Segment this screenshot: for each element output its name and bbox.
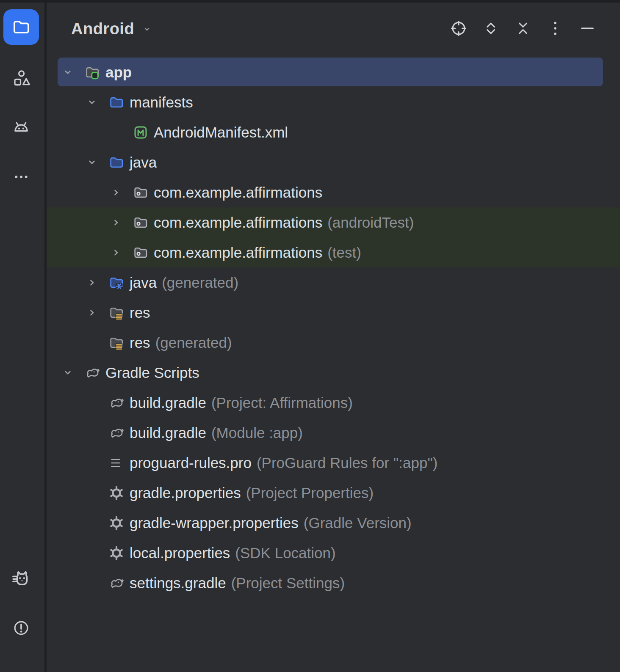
tree-row-label: com.example.affirmations <box>154 244 322 261</box>
indent <box>47 222 109 223</box>
module-folder-icon <box>84 64 100 80</box>
chevron-down-icon[interactable] <box>85 95 108 110</box>
kebab-icon <box>546 19 565 39</box>
tree-row[interactable]: build.gradle (Project: Affirmations) <box>47 388 620 418</box>
indent <box>47 583 85 583</box>
collapse-all-icon <box>514 19 532 39</box>
tree-row[interactable]: manifests <box>47 87 620 117</box>
tree-row-label: build.gradle <box>130 394 206 411</box>
text-file-icon <box>108 455 125 471</box>
package-folder-icon <box>133 215 149 231</box>
manifest-file-icon <box>133 124 149 140</box>
locate-opened-file-button[interactable] <box>449 20 468 39</box>
tree-row-label: build.gradle <box>130 424 206 441</box>
indent <box>47 312 85 313</box>
structure-icon <box>11 69 31 88</box>
tree-row[interactable]: com.example.affirmations (test) <box>47 237 620 267</box>
gradle-elephant-icon <box>108 395 125 411</box>
tree-row[interactable]: build.gradle (Module :app) <box>47 418 620 448</box>
indent <box>47 282 85 283</box>
chevron-right-icon[interactable] <box>109 185 133 200</box>
options-menu-button[interactable] <box>546 20 565 39</box>
chevron-down-icon[interactable] <box>85 155 108 170</box>
panel-header-actions <box>449 20 597 39</box>
package-folder-icon <box>133 185 149 201</box>
indent <box>47 342 85 343</box>
tree-row-label: AndroidManifest.xml <box>154 124 288 141</box>
expand-all-icon <box>482 19 500 39</box>
chevron-right-icon[interactable] <box>109 245 133 260</box>
tree-row-label: gradle.properties <box>130 485 241 501</box>
tree-row[interactable]: com.example.affirmations (androidTest) <box>47 207 620 237</box>
tree-row[interactable]: res (generated) <box>47 328 620 358</box>
package-folder-icon <box>133 245 149 261</box>
structure-tool-button[interactable] <box>3 61 39 96</box>
problems-tool-button[interactable] <box>3 610 39 646</box>
project-panel: Android app manifests <box>47 3 620 672</box>
tree-row-label: settings.gradle <box>130 575 226 592</box>
ellipsis-icon <box>13 168 30 185</box>
logcat-tool-button[interactable] <box>3 561 39 596</box>
gradle-elephant-icon <box>108 575 125 591</box>
chevron-right-icon[interactable] <box>85 306 108 320</box>
target-icon <box>449 19 468 39</box>
tree-row[interactable]: settings.gradle (Project Settings) <box>47 568 620 598</box>
folder-icon <box>11 17 31 37</box>
chevron-down-icon[interactable] <box>61 366 84 380</box>
logcat-icon <box>11 568 31 589</box>
tree-row-label: app <box>105 64 132 81</box>
tree-row[interactable]: res <box>47 297 620 328</box>
minus-icon <box>578 19 597 39</box>
indent <box>47 192 109 193</box>
indent <box>47 132 109 132</box>
tree-row[interactable]: local.properties (SDK Location) <box>47 538 620 568</box>
folder-res-icon <box>108 305 125 321</box>
gear-icon <box>108 515 125 531</box>
tree-row[interactable]: AndroidManifest.xml <box>47 117 620 147</box>
view-selector[interactable]: Android <box>71 20 153 38</box>
project-tool-button[interactable] <box>3 9 39 45</box>
tree-row[interactable]: gradle-wrapper.properties (Gradle Versio… <box>47 508 620 538</box>
indent <box>47 72 61 72</box>
tree-row[interactable]: java <box>47 147 620 177</box>
tool-window-bar <box>0 3 47 672</box>
tree-row[interactable]: com.example.affirmations <box>47 177 620 207</box>
tree-row[interactable]: Gradle Scripts <box>47 358 620 388</box>
chevron-right-icon[interactable] <box>109 215 133 230</box>
hide-panel-button[interactable] <box>578 20 597 39</box>
gear-icon <box>108 545 125 561</box>
tree-row-label: manifests <box>130 94 193 111</box>
indent <box>47 402 85 403</box>
android-head-icon <box>11 117 31 137</box>
android-tool-button[interactable] <box>3 109 39 145</box>
tree-row-label: java <box>130 274 157 291</box>
folder-generated-icon <box>108 275 125 291</box>
chevron-right-icon[interactable] <box>85 275 108 290</box>
tree-row-annotation: (test) <box>327 244 361 261</box>
expand-all-button[interactable] <box>482 20 500 39</box>
tree-row-annotation: (Project: Affirmations) <box>211 394 353 411</box>
tree-row-label: res <box>130 334 150 351</box>
tree-row[interactable]: app <box>47 57 620 87</box>
tree-row-annotation: (generated) <box>155 334 232 351</box>
gradle-elephant-icon <box>108 425 125 441</box>
indent <box>47 432 85 433</box>
indent <box>47 553 85 553</box>
tree-row-label: java <box>130 154 157 171</box>
tree-row[interactable]: java (generated) <box>47 267 620 297</box>
tree-row[interactable]: proguard-rules.pro (ProGuard Rules for "… <box>47 448 620 478</box>
tree-row-label: local.properties <box>130 545 230 562</box>
chevron-down-icon[interactable] <box>61 65 84 80</box>
tree-row[interactable]: gradle.properties (Project Properties) <box>47 478 620 508</box>
collapse-all-button[interactable] <box>514 20 532 39</box>
tree-row-annotation: (androidTest) <box>327 214 414 231</box>
project-tree: app manifests AndroidManifest.xml java c… <box>47 57 620 672</box>
tree-row-annotation: (Project Properties) <box>246 485 374 501</box>
indent <box>47 102 85 102</box>
more-tool-windows-button[interactable] <box>3 159 39 195</box>
indent <box>47 523 85 523</box>
panel-title[interactable]: Android <box>71 20 134 38</box>
chevron-down-icon <box>141 23 153 35</box>
tree-row-label: proguard-rules.pro <box>130 454 252 471</box>
android-studio-project-panel: { "header": { "title": "Android", "actio… <box>0 0 620 672</box>
